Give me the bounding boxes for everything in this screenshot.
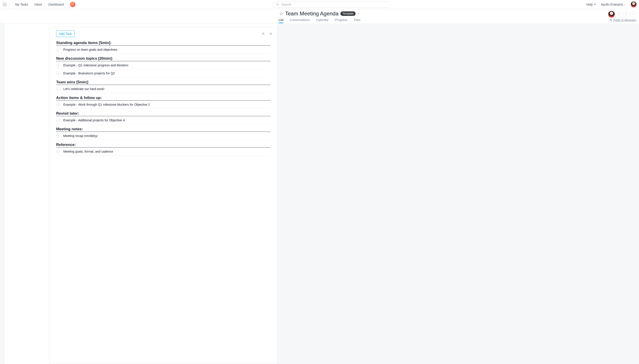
- view-options[interactable]: [269, 32, 273, 36]
- chevron-right-icon: [269, 48, 270, 51]
- task-row[interactable]: Meeting goals, format, and cadence: [56, 148, 270, 156]
- search-input[interactable]: [281, 3, 386, 6]
- task-list-panel: Add Task Standing agenda items [5min]: P…: [49, 27, 277, 364]
- chevron-right-icon: [269, 119, 270, 121]
- user-avatar[interactable]: [630, 1, 637, 8]
- section-header[interactable]: Reference:: [56, 142, 270, 148]
- task-title: Example - Q1 milestone progress and bloc…: [63, 64, 128, 67]
- right-nav: Help Apollo Enterpris...: [586, 1, 637, 8]
- svg-point-8: [611, 20, 612, 20]
- org-switcher[interactable]: Apollo Enterpris...: [601, 3, 626, 6]
- sidebar-toggle[interactable]: [0, 0, 10, 9]
- section-header[interactable]: Action items & follow up:: [56, 96, 270, 100]
- task-row[interactable]: Example - Additional projects for Object…: [56, 116, 270, 124]
- check-icon: [57, 64, 59, 66]
- svg-point-3: [618, 14, 619, 14]
- task-title: Example - Work through Q1 milestone bloc…: [63, 103, 150, 106]
- search-box[interactable]: [273, 1, 389, 8]
- check-icon: [57, 104, 59, 106]
- task-row[interactable]: Example - Work through Q1 milestone bloc…: [56, 100, 270, 108]
- help-label: Help: [586, 3, 593, 6]
- section-header[interactable]: New discussion topics [20min]:: [56, 56, 270, 61]
- project-title: Team Meeting Agenda: [285, 10, 339, 17]
- project-tabs: List Conversations Calendar Progress Fil…: [0, 18, 639, 23]
- svg-point-7: [610, 19, 611, 20]
- complete-task-checkbox[interactable]: [56, 63, 60, 67]
- svg-line-1: [278, 5, 279, 6]
- chevron-right-icon: [269, 103, 270, 106]
- tab-list[interactable]: List: [279, 18, 284, 23]
- task-title: Let's celebrate our hard work!: [63, 87, 104, 91]
- task-row[interactable]: Let's celebrate our hard work!: [56, 85, 270, 93]
- section-header[interactable]: Meeting notes:: [56, 127, 270, 132]
- check-icon: [57, 72, 59, 74]
- chevron-right-icon: [269, 64, 270, 66]
- chevron-down-icon: [594, 3, 596, 6]
- chevron-right-icon: [269, 87, 270, 90]
- star-icon: [279, 12, 283, 16]
- sliders-icon: [269, 32, 273, 36]
- task-row[interactable]: Meeting recap mm/dd/yy: [56, 132, 270, 140]
- project-header: Team Meeting Agenda Template List Conver…: [0, 9, 639, 24]
- complete-task-checkbox[interactable]: [56, 150, 60, 154]
- add-task-button[interactable]: Add Task: [56, 30, 75, 37]
- check-icon: [57, 150, 59, 152]
- chevron-down-icon: [358, 12, 360, 15]
- task-row[interactable]: Example - Q1 milestone progress and bloc…: [56, 61, 270, 69]
- complete-task-checkbox[interactable]: [56, 48, 60, 52]
- chevron-right-icon: [269, 134, 270, 137]
- people-icon: [609, 18, 612, 22]
- chevron-right-icon: [269, 150, 270, 152]
- project-visibility[interactable]: Public to Managers: [609, 18, 636, 22]
- complete-task-checkbox[interactable]: [56, 102, 60, 106]
- collapsed-sidebar: ︿︿: [0, 24, 5, 364]
- user-icon: [617, 13, 620, 16]
- assignee-filter[interactable]: [261, 32, 265, 36]
- section-header[interactable]: Standing agenda items [5min]:: [56, 41, 270, 46]
- task-title: Meeting recap mm/dd/yy: [63, 134, 98, 138]
- tab-calendar[interactable]: Calendar: [316, 18, 329, 23]
- add-member-placeholder[interactable]: [616, 11, 622, 18]
- visibility-label: Public to Managers: [613, 18, 636, 22]
- tab-progress[interactable]: Progress: [335, 18, 348, 23]
- check-icon: [57, 119, 59, 121]
- top-nav: My Tasks Inbox Dashboard +: [10, 2, 75, 7]
- project-actions-menu[interactable]: [358, 12, 360, 15]
- user-icon: [625, 13, 627, 16]
- task-title: Meeting goals, format, and cadence: [63, 150, 113, 153]
- complete-task-checkbox[interactable]: [56, 118, 60, 122]
- member-avatar[interactable]: [608, 11, 615, 18]
- check-icon: [57, 135, 59, 137]
- body: ︿︿ Add Task Standing agenda items [5min]…: [0, 24, 639, 364]
- check-icon: [57, 88, 59, 90]
- nav-my-tasks[interactable]: My Tasks: [15, 3, 28, 6]
- tab-files[interactable]: Files: [354, 18, 361, 23]
- expand-sidebar-chevron[interactable]: ︿︿: [1, 21, 3, 24]
- task-title: Example - Additional projects for Object…: [63, 118, 125, 122]
- quick-add-button[interactable]: +: [70, 2, 75, 7]
- svg-point-4: [625, 14, 626, 14]
- complete-task-checkbox[interactable]: [56, 87, 60, 91]
- add-member-placeholder[interactable]: [623, 11, 629, 18]
- svg-point-12: [270, 33, 271, 34]
- task-row[interactable]: Progress on team goals and objectives: [56, 46, 270, 54]
- svg-point-0: [276, 3, 278, 5]
- topbar: My Tasks Inbox Dashboard + Help Apollo E…: [0, 0, 639, 9]
- task-title: Example - Brainstorm projects for Q2: [63, 72, 115, 75]
- add-member-button[interactable]: [630, 11, 636, 18]
- complete-task-checkbox[interactable]: [56, 134, 60, 138]
- task-row[interactable]: Example - Brainstorm projects for Q2: [56, 69, 270, 77]
- nav-inbox[interactable]: Inbox: [35, 3, 42, 6]
- tab-conversations[interactable]: Conversations: [290, 18, 310, 23]
- section-header[interactable]: Revisit later:: [56, 111, 270, 116]
- favorite-star[interactable]: [279, 12, 283, 16]
- help-menu[interactable]: Help: [586, 3, 596, 6]
- members-area: Public to Managers: [608, 11, 636, 22]
- plus-icon: [632, 13, 634, 16]
- task-title: Progress on team goals and objectives: [63, 48, 117, 52]
- svg-point-13: [271, 34, 272, 35]
- section-header[interactable]: Team wins [5min]:: [56, 80, 270, 85]
- complete-task-checkbox[interactable]: [56, 71, 60, 75]
- nav-dashboard[interactable]: Dashboard: [48, 3, 64, 6]
- user-icon: [261, 32, 265, 36]
